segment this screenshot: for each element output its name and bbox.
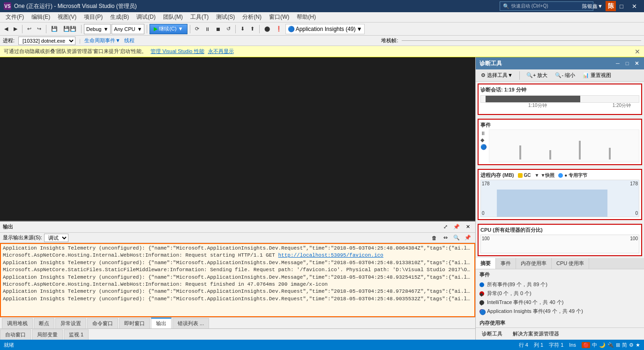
redo-button[interactable]: ↪: [35, 24, 44, 34]
output-pin-button[interactable]: 📌: [452, 223, 461, 231]
locals-tab[interactable]: 局部变量: [32, 329, 63, 340]
output-content[interactable]: Application Insights Telemetry (unconfig…: [0, 243, 475, 317]
manage-perf-link[interactable]: 管理 Visual Studio 性能: [150, 48, 204, 55]
save-button[interactable]: 💾: [49, 24, 60, 34]
app-insights-label: Application Insights (49): [296, 26, 356, 32]
event-intellitrace: ◆ IntelliTrace 事件(40 个，共 40 个): [479, 298, 640, 307]
debug-mode-dropdown[interactable]: Debug ▼: [84, 24, 111, 34]
forward-button[interactable]: ▶: [11, 24, 20, 34]
url-link[interactable]: http://localhost:53095/favicon.ico: [278, 252, 383, 258]
watch-tab[interactable]: 监视 1: [64, 329, 89, 340]
save-all-button[interactable]: 💾💾: [61, 24, 79, 34]
source-selector[interactable]: 调试: [44, 234, 68, 242]
memory-usage-section: 内存使用率: [476, 318, 644, 327]
cpu-label: Any CPU: [114, 26, 135, 32]
error-list-tab[interactable]: 错误列表 ...: [172, 318, 209, 328]
event-dot-all: [479, 282, 484, 287]
menu-analyze[interactable]: 分析(N): [239, 12, 265, 22]
diag-tab-memory[interactable]: 内存使用率: [516, 258, 552, 269]
stop-button[interactable]: ⏹: [213, 24, 223, 34]
menu-help[interactable]: 帮助(H): [293, 12, 320, 22]
back-button[interactable]: ◀: [2, 24, 10, 34]
maximize-button[interactable]: □: [615, 0, 628, 12]
output-header: 输出 ⤢ 📌 ✕: [0, 221, 475, 233]
step-out-button[interactable]: ⬆: [248, 24, 257, 34]
find-button[interactable]: 🔍: [452, 234, 461, 242]
output-tab[interactable]: 输出: [151, 318, 172, 328]
menu-test[interactable]: 测试(S): [212, 12, 239, 22]
diag-pin-button[interactable]: ─: [614, 60, 622, 67]
diag-close-button[interactable]: ✕: [633, 60, 640, 67]
status-col: 列 1: [534, 342, 543, 349]
chart-bar-3: [579, 141, 581, 160]
info-close-button[interactable]: ✕: [635, 48, 640, 55]
immediate-window-tab[interactable]: 即时窗口: [119, 318, 150, 328]
reset-view-button[interactable]: 📊 重置视图: [580, 70, 614, 80]
gc-dot: [518, 173, 523, 178]
breakpoint-button[interactable]: ⬤: [262, 24, 272, 34]
diag-tab-summary[interactable]: 摘要: [476, 258, 496, 269]
ai-button[interactable]: 🔵 Application Insights (49) ▼: [285, 24, 365, 34]
undo-button[interactable]: ↩: [25, 24, 34, 34]
memory-title: 进程内存 (MB) GC ▼ ▼快照 ● 专用字节: [480, 172, 639, 179]
continue-button[interactable]: ▶ 继续(C) ▼: [150, 24, 187, 34]
close-button[interactable]: ✕: [628, 0, 640, 12]
diag-tab-cpu[interactable]: CPU 使用率: [552, 258, 589, 269]
menu-file[interactable]: 文件(F): [2, 12, 28, 22]
restart-button[interactable]: ↺: [224, 24, 233, 34]
event-dot-intellitrace: ◆: [479, 300, 484, 305]
status-encoding-icon: 🔴: [582, 342, 590, 348]
event-exception-label: 异常(0 个，共 0 个): [487, 290, 532, 297]
output-float-button[interactable]: ⤢: [441, 223, 450, 231]
menu-build[interactable]: 生成(B): [106, 12, 133, 22]
diag-footer-tab-diag[interactable]: 诊断工具: [478, 329, 507, 339]
lifecycle-events-link[interactable]: 生命周期事件▼: [84, 37, 120, 44]
select-tools-button[interactable]: ⚙ 选择工具▼: [479, 70, 515, 80]
menu-bar: 文件(F) 编辑(E) 视图(V) 项目(P) 生成(B) 调试(D) 团队(M…: [0, 12, 644, 23]
output-close-button[interactable]: ✕: [463, 223, 472, 231]
menu-tools[interactable]: 工具(T): [187, 12, 212, 22]
never-show-link[interactable]: 永不再显示: [208, 48, 234, 55]
zoom-in-button[interactable]: 🔍+ 放大: [524, 70, 550, 80]
step-into-button[interactable]: ⬇: [238, 24, 247, 34]
menu-project[interactable]: 项目(P): [80, 12, 106, 22]
auto-window-tab[interactable]: 自动窗口: [0, 329, 31, 340]
cpu-chart: 100 100: [480, 235, 639, 253]
quick-launch-search[interactable]: 🔍 快速启动 (Ctrl+Q): [500, 1, 593, 11]
output-line-6: Microsoft.AspNetCore.Hosting.Internal.We…: [3, 281, 472, 288]
word-wrap-button[interactable]: ⇔: [441, 234, 450, 242]
exclusive-dot: [558, 173, 563, 178]
cpu-max-left: 100: [482, 236, 490, 241]
process-selector[interactable]: [10332] dotnet.exe: [18, 37, 75, 45]
toolbar-sep-3: [81, 25, 82, 33]
pause-button[interactable]: ⏸: [202, 24, 212, 34]
callstack-tab[interactable]: 调用堆栈: [2, 318, 33, 328]
zoom-out-button[interactable]: 🔍- 缩小: [553, 70, 577, 80]
step-over-button[interactable]: ⟳: [193, 24, 202, 34]
toolbar-sep-5: [190, 25, 190, 33]
thread-link[interactable]: 线程: [124, 37, 135, 44]
user-avatar: 陈: [606, 1, 616, 11]
clear-output-button[interactable]: 🗑: [429, 234, 439, 242]
debug-mode-label: Debug: [86, 26, 101, 32]
menu-edit[interactable]: 编辑(E): [28, 12, 54, 22]
diag-footer-tab-solution[interactable]: 解决方案资源管理器: [509, 329, 563, 339]
pin-output-button[interactable]: 📌: [463, 234, 472, 242]
breakpoints-tab[interactable]: 断点: [34, 318, 54, 328]
diag-float-button[interactable]: □: [623, 60, 631, 67]
user-name[interactable]: 陈银鑫▼: [582, 3, 603, 10]
output-line-4: Microsoft.AspNetCore.StaticFiles.StaticF…: [3, 266, 472, 274]
exception-button[interactable]: ❗: [273, 24, 285, 34]
diag-tab-events[interactable]: 事件: [496, 258, 516, 269]
menu-window[interactable]: 窗口(W): [265, 12, 293, 22]
exception-settings-tab[interactable]: 异常设置: [55, 318, 86, 328]
toolbar-sep-2: [46, 25, 46, 33]
command-window-tab[interactable]: 命令窗口: [87, 318, 118, 328]
event-exception: ◆ 异常(0 个，共 0 个): [479, 289, 640, 298]
menu-debug[interactable]: 调试(D): [133, 12, 159, 22]
process-bar: 进程: [10332] dotnet.exe | 生命周期事件▼ 线程 堆栈帧:: [0, 36, 644, 46]
cpu-dropdown[interactable]: Any CPU ▼: [112, 24, 144, 34]
code-editor[interactable]: [0, 57, 475, 221]
menu-view[interactable]: 视图(V): [54, 12, 80, 22]
menu-team[interactable]: 团队(M): [159, 12, 187, 22]
